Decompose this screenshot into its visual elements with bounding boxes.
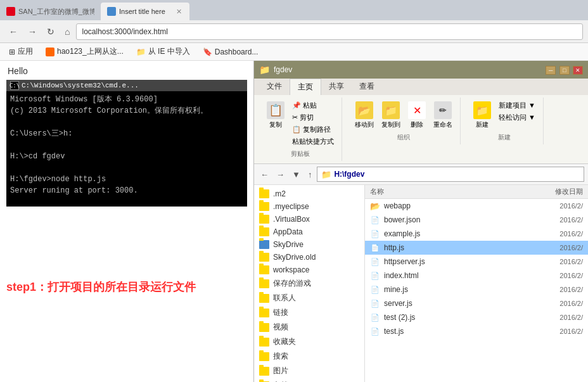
sidebar-item-videos[interactable]: 视频 xyxy=(254,320,364,334)
ribbon-cut-button[interactable]: ✂ 剪切 xyxy=(290,112,336,123)
file-row-server[interactable]: 📄 server.js 2016/2/ xyxy=(365,296,588,310)
folder-icon-videos xyxy=(259,323,269,332)
ribbon-copyto-button[interactable]: 📁 复制到 xyxy=(379,100,403,131)
close-button[interactable]: ✕ xyxy=(573,66,583,75)
tab-weibo-label: SAN_工作室的微博_微博 xyxy=(18,7,94,16)
file-date-example: 2016/2/ xyxy=(539,230,583,238)
sidebar-item-documents[interactable]: 文档 xyxy=(254,378,364,382)
cmd-titlebar: C:\ C:\Windows\system32\cmd.e... xyxy=(6,80,247,91)
bookmarks-bar: ⊞ 应用 hao123_上网从这... 📁 从 IE 中导入 🔖 Dashboa… xyxy=(0,43,588,61)
ribbon-new-row: 📁 新建 新建项目 ▼ 轻松访问 ▼ xyxy=(471,100,538,131)
explorer-body: .m2 .myeclipse .VirtualBox AppData SkyDr… xyxy=(254,185,588,382)
home-button[interactable]: ⌂ xyxy=(61,24,74,39)
sidebar-item-saved-games[interactable]: 保存的游戏 xyxy=(254,276,364,291)
ribbon-delete-button[interactable]: ✕ 删除 xyxy=(406,100,428,131)
tab-bar: SAN_工作室的微博_微博 Insert title here ✕ xyxy=(0,0,588,20)
ribbon-copy-path-button[interactable]: 📋 复制路径 xyxy=(290,124,336,135)
address-bar[interactable] xyxy=(76,23,583,40)
js-icon-test2: 📄 xyxy=(370,312,380,322)
file-row-example[interactable]: 📄 example.js 2016/2/ xyxy=(365,227,588,241)
ribbon: 文件 主页 共享 查看 📋 复制 xyxy=(254,79,588,164)
bookmark-apps[interactable]: ⊞ 应用 xyxy=(5,45,37,58)
sidebar-item-m2[interactable]: .m2 xyxy=(254,188,364,200)
nav-bar: ← → ↻ ⌂ xyxy=(0,20,588,43)
file-date-httpserver: 2016/2/ xyxy=(539,258,583,265)
ribbon-copy-button[interactable]: 📋 复制 xyxy=(264,100,287,147)
cmd-window[interactable]: C:\ C:\Windows\system32\cmd.e... Microso… xyxy=(6,80,247,207)
ribbon-tab-home[interactable]: 主页 xyxy=(290,79,321,95)
ribbon-paste-shortcut-button[interactable]: 粘贴快捷方式 xyxy=(290,136,336,147)
sidebar-item-pictures[interactable]: 图片 xyxy=(254,364,364,378)
folder-icon-links xyxy=(259,309,269,317)
file-date-webapp: 2016/2/ xyxy=(539,202,583,210)
explorer-address-bar[interactable]: 📁 H:\fgdev xyxy=(317,167,584,182)
file-row-httpserver[interactable]: 📄 httpserver.js 2016/2/ xyxy=(365,255,588,269)
ribbon-group-organize: 📂 移动到 📁 复制到 ✕ 删除 ✏ 重命名 xyxy=(347,98,461,144)
file-name-http: http.js xyxy=(384,243,539,252)
ribbon-tab-view[interactable]: 查看 xyxy=(352,79,382,95)
folder-icon-skydrive-old xyxy=(259,253,269,262)
folder-icon-workspace xyxy=(259,265,269,274)
browser-page: Hello C:\ C:\Windows\system32\cmd.e... M… xyxy=(0,61,253,382)
copy-icon: 📋 xyxy=(267,101,284,119)
forward-button[interactable]: → xyxy=(24,24,41,39)
sidebar-item-appdata[interactable]: AppData xyxy=(254,226,364,238)
file-name-bower: bower.json xyxy=(384,215,539,224)
refresh-button[interactable]: ↻ xyxy=(43,24,58,39)
file-row-webapp[interactable]: 📂 webapp 2016/2/ xyxy=(365,199,588,213)
ribbon-new-item-button[interactable]: 新建项目 ▼ xyxy=(496,100,538,111)
sidebar-item-virtualbox[interactable]: .VirtualBox xyxy=(254,213,364,226)
file-date-mine: 2016/2/ xyxy=(539,286,583,293)
tab-active[interactable]: Insert title here ✕ xyxy=(101,3,189,20)
file-row-bower[interactable]: 📄 bower.json 2016/2/ xyxy=(365,213,588,227)
bookmark-hao123[interactable]: hao123_上网从这... xyxy=(42,45,127,58)
bookmark-hao123-label: hao123_上网从这... xyxy=(57,46,124,57)
file-row-test2[interactable]: 📄 test (2).js 2016/2/ xyxy=(365,310,588,324)
tab-weibo[interactable]: SAN_工作室的微博_微博 xyxy=(0,3,101,20)
bookmark-dashboard[interactable]: 🔖 Dashboard... xyxy=(199,46,262,58)
apps-icon: ⊞ xyxy=(9,48,15,56)
back-button[interactable]: ← xyxy=(5,24,22,39)
exp-up-button[interactable]: ↑ xyxy=(305,169,315,181)
sidebar-item-myeclipse[interactable]: .myeclipse xyxy=(254,200,364,213)
exp-recent-button[interactable]: ▼ xyxy=(290,169,303,181)
sidebar-item-skydrive-old[interactable]: SkyDrive.old xyxy=(254,251,364,264)
ribbon-tab-share[interactable]: 共享 xyxy=(321,79,352,95)
ribbon-easy-access-button[interactable]: 轻松访问 ▼ xyxy=(496,112,538,123)
sidebar-item-skydrive[interactable]: SkyDrive xyxy=(254,238,364,251)
file-name-test: test.js xyxy=(384,327,539,336)
maximize-button[interactable]: □ xyxy=(559,66,570,75)
bookmark-ie-import[interactable]: 📁 从 IE 中导入 xyxy=(132,45,194,58)
explorer-nav: ← → ▼ ↑ 📁 H:\fgdev xyxy=(254,164,588,185)
sidebar-item-favorites[interactable]: 收藏夹 xyxy=(254,334,364,349)
sidebar-item-workspace[interactable]: workspace xyxy=(254,264,364,276)
file-row-mine[interactable]: 📄 mine.js 2016/2/ xyxy=(365,283,588,296)
ribbon-rename-button[interactable]: ✏ 重命名 xyxy=(431,100,455,131)
sidebar-item-searches[interactable]: 搜索 xyxy=(254,349,364,364)
sidebar-item-contacts[interactable]: 联系人 xyxy=(254,291,364,305)
cmd-line-5: H:\>cd fgdev xyxy=(10,151,243,162)
ribbon-paste-button[interactable]: 📌 粘贴 xyxy=(290,100,336,111)
ribbon-new-folder-button[interactable]: 📁 新建 xyxy=(471,100,494,131)
cmd-line-4 xyxy=(10,139,243,151)
exp-back-button[interactable]: ← xyxy=(258,169,271,181)
sidebar-item-links[interactable]: 链接 xyxy=(254,305,364,320)
file-name-webapp: webapp xyxy=(384,201,539,210)
ribbon-move-button[interactable]: 📂 移动到 xyxy=(352,100,376,131)
minimize-button[interactable]: ─ xyxy=(546,66,556,75)
window-controls: ─ □ ✕ xyxy=(544,65,583,75)
ribbon-tab-file[interactable]: 文件 xyxy=(259,79,290,95)
file-row-http[interactable]: 📄 http.js 2016/2/ xyxy=(365,241,588,255)
file-name-example: example.js xyxy=(384,229,539,238)
header-date: 修改日期 xyxy=(539,187,583,196)
page-content: Hello C:\ C:\Windows\system32\cmd.e... M… xyxy=(0,61,588,382)
close-tab-icon[interactable]: ✕ xyxy=(175,6,183,17)
exp-forward-button[interactable]: → xyxy=(274,169,287,181)
file-row-test[interactable]: 📄 test.js 2016/2/ xyxy=(365,324,588,338)
ribbon-organize-row: 📂 移动到 📁 复制到 ✕ 删除 ✏ 重命名 xyxy=(352,100,455,131)
cmd-body: Microsoft Windows [版本 6.3.9600] (c) 2013… xyxy=(6,91,247,199)
bookmark-ie-label: 从 IE 中导入 xyxy=(148,46,190,57)
explorer-title-left: 📁 fgdev xyxy=(259,65,292,75)
bookmark-dashboard-label: Dashboard... xyxy=(215,48,259,56)
file-row-index[interactable]: 📄 index.html 2016/2/ xyxy=(365,269,588,283)
